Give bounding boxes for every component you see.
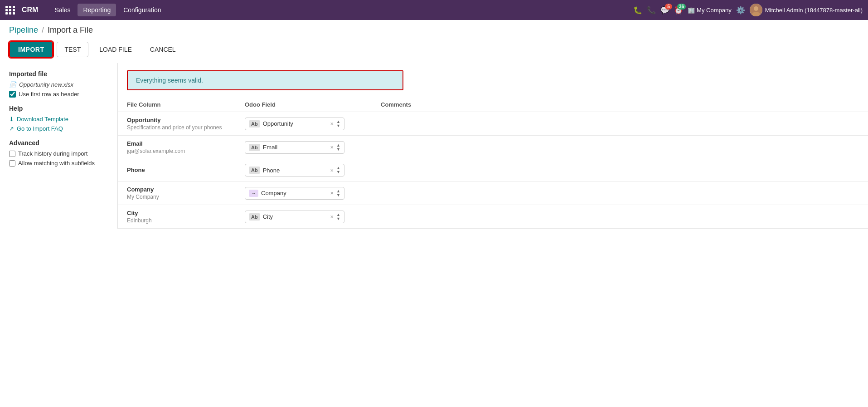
- select-icon-2: Ab: [249, 167, 260, 174]
- select-arrows-1[interactable]: ▲ ▼: [336, 143, 340, 152]
- odoo-select-0[interactable]: Ab Opportunity × ▲ ▼: [245, 118, 344, 130]
- toolbar: IMPORT TEST LOAD FILE CANCEL: [0, 38, 868, 63]
- field-label: Phone: [127, 167, 227, 173]
- breadcrumb-separator: /: [42, 25, 44, 35]
- company-name: My Company: [697, 7, 732, 14]
- table-header-row: File Column Odoo Field Comments: [118, 98, 868, 112]
- table-row: Opportunity Specifications and price of …: [118, 112, 868, 136]
- svg-point-1: [754, 6, 758, 11]
- breadcrumb-current: Import a File: [48, 25, 93, 35]
- top-menu: Sales Reporting Configuration: [49, 4, 630, 16]
- row-4-file-col: City Edinburgh: [118, 205, 236, 229]
- track-history-checkbox[interactable]: [9, 151, 15, 157]
- select-icon-3: →: [249, 190, 258, 197]
- select-arrows-2[interactable]: ▲ ▼: [336, 166, 340, 174]
- help-title: Help: [9, 105, 108, 112]
- first-row-checkbox-container: Use first row as header: [9, 91, 108, 98]
- filename-text: Opportunity new.xlsx: [19, 81, 73, 88]
- select-arrows-0[interactable]: ▲ ▼: [336, 120, 340, 128]
- odoo-select-3[interactable]: → Company × ▲ ▼: [245, 187, 344, 200]
- odoo-select-1[interactable]: Ab Email × ▲ ▼: [245, 141, 344, 154]
- row-4-comments-col: [372, 205, 868, 229]
- sidebar: Imported file 📄 Opportunity new.xlsx Use…: [0, 63, 118, 229]
- select-text-2: Phone: [263, 167, 328, 174]
- select-clear-0[interactable]: ×: [330, 120, 334, 127]
- menu-configuration[interactable]: Configuration: [118, 4, 166, 16]
- table-row: City Edinburgh Ab City × ▲ ▼: [118, 205, 868, 229]
- chat-icon[interactable]: 💬 5: [660, 6, 669, 15]
- select-clear-4[interactable]: ×: [330, 213, 334, 220]
- select-text-1: Email: [263, 144, 328, 151]
- select-text-0: Opportunity: [263, 120, 328, 127]
- allow-matching-label[interactable]: Allow matching with subfields: [18, 160, 95, 167]
- download-template-text: Download Template: [17, 116, 68, 123]
- activity-badge: 36: [677, 4, 686, 10]
- import-button[interactable]: IMPORT: [9, 41, 53, 58]
- topnav-right: 🐛 📞 💬 5 ⏰ 36 🏢 My Company ⚙️ Mitche: [633, 4, 863, 16]
- first-row-checkbox[interactable]: [9, 91, 16, 98]
- company-selector[interactable]: 🏢 My Company: [688, 7, 732, 14]
- activity-icon[interactable]: ⏰ 36: [674, 6, 683, 15]
- menu-sales[interactable]: Sales: [49, 4, 76, 16]
- row-0-comments-col: [372, 112, 868, 136]
- table-body: Opportunity Specifications and price of …: [118, 112, 868, 229]
- row-3-odoo-col: → Company × ▲ ▼: [236, 181, 372, 205]
- faq-text: Go to Import FAQ: [17, 125, 63, 132]
- content-area: Everything seems valid. File Column Odoo…: [118, 63, 868, 229]
- col-header-odoo: Odoo Field: [236, 98, 372, 112]
- faq-link[interactable]: ↗ Go to Import FAQ: [9, 125, 108, 132]
- select-icon-1: Ab: [249, 144, 260, 151]
- breadcrumb-parent[interactable]: Pipeline: [9, 25, 38, 35]
- arrow-down[interactable]: ▼: [336, 147, 340, 152]
- row-2-odoo-col: Ab Phone × ▲ ▼: [236, 159, 372, 181]
- advanced-title: Advanced: [9, 139, 108, 147]
- user-menu[interactable]: Mitchell Admin (18447878-master-all): [750, 4, 863, 16]
- field-label: City: [127, 210, 227, 216]
- odoo-select-4[interactable]: Ab City × ▲ ▼: [245, 211, 344, 223]
- field-sub: My Company: [127, 194, 227, 200]
- breadcrumb: Pipeline / Import a File: [0, 20, 868, 38]
- field-sub: Specifications and price of your phones: [127, 124, 227, 131]
- main-layout: Imported file 📄 Opportunity new.xlsx Use…: [0, 63, 868, 229]
- debug-icon[interactable]: 🐛: [633, 6, 642, 15]
- select-icon-0: Ab: [249, 120, 260, 127]
- tools-icon[interactable]: ⚙️: [736, 6, 745, 15]
- topnav: CRM Sales Reporting Configuration 🐛 📞 💬 …: [0, 0, 868, 20]
- row-2-file-col: Phone: [118, 159, 236, 181]
- menu-reporting[interactable]: Reporting: [78, 4, 116, 16]
- cancel-button[interactable]: CANCEL: [143, 42, 183, 57]
- arrow-down[interactable]: ▼: [336, 193, 340, 197]
- allow-matching-container: Allow matching with subfields: [9, 160, 108, 167]
- row-1-comments-col: [372, 136, 868, 159]
- field-label: Opportunity: [127, 117, 227, 123]
- row-2-comments-col: [372, 159, 868, 181]
- track-history-label[interactable]: Track history during import: [18, 150, 87, 157]
- select-text-4: City: [263, 213, 328, 220]
- allow-matching-checkbox[interactable]: [9, 160, 15, 167]
- load-file-button[interactable]: LOAD FILE: [92, 42, 139, 57]
- apps-menu-icon[interactable]: [5, 6, 15, 15]
- valid-message: Everything seems valid.: [136, 77, 203, 84]
- first-row-label[interactable]: Use first row as header: [19, 91, 79, 98]
- arrow-down[interactable]: ▼: [336, 217, 340, 221]
- table-row: Company My Company → Company × ▲ ▼: [118, 181, 868, 205]
- external-link-icon: ↗: [9, 125, 14, 132]
- table-row: Phone Ab Phone × ▲ ▼: [118, 159, 868, 181]
- arrow-down[interactable]: ▼: [336, 124, 340, 128]
- download-template-link[interactable]: ⬇ Download Template: [9, 116, 108, 123]
- brand-label[interactable]: CRM: [22, 6, 38, 14]
- col-header-comments: Comments: [372, 98, 868, 112]
- arrow-down[interactable]: ▼: [336, 170, 340, 174]
- select-clear-1[interactable]: ×: [330, 144, 334, 151]
- user-name: Mitchell Admin (18447878-master-all): [765, 7, 863, 14]
- odoo-select-2[interactable]: Ab Phone × ▲ ▼: [245, 164, 344, 177]
- select-clear-2[interactable]: ×: [330, 167, 334, 174]
- test-button[interactable]: TEST: [57, 42, 88, 57]
- select-clear-3[interactable]: ×: [330, 190, 334, 196]
- phone-icon[interactable]: 📞: [647, 6, 656, 15]
- track-history-container: Track history during import: [9, 150, 108, 157]
- select-arrows-3[interactable]: ▲ ▼: [336, 189, 340, 197]
- import-table: File Column Odoo Field Comments Opportun…: [118, 98, 868, 229]
- field-label: Email: [127, 140, 227, 147]
- select-arrows-4[interactable]: ▲ ▼: [336, 213, 340, 221]
